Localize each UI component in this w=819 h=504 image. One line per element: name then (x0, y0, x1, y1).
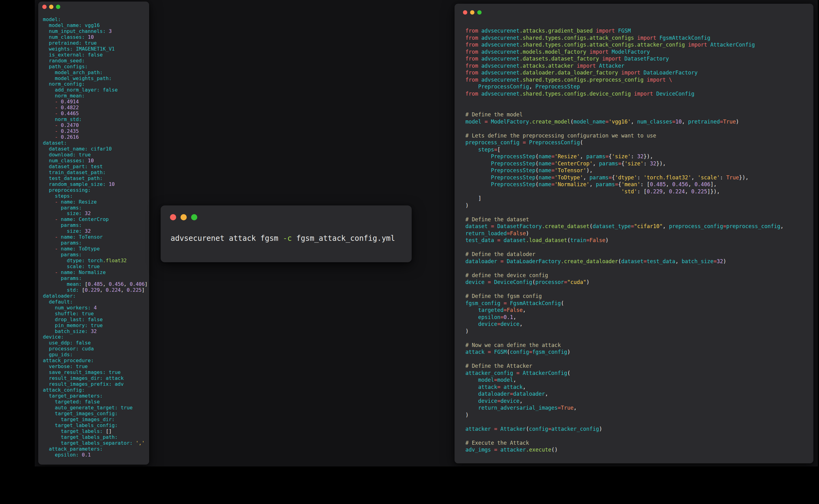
code-line: # Define the Attacker (465, 362, 784, 370)
code-line: device=device, (465, 321, 784, 328)
code-line: - 0.2470 (43, 123, 147, 128)
code-line: - name: Normalize (43, 270, 147, 276)
code-line: auto_generate_target: true (43, 405, 147, 411)
code-line: attack_config: (43, 387, 147, 393)
code-line: attack = FGSM(config=fgsm_config) (465, 349, 784, 356)
code-line: params: (43, 252, 147, 258)
code-line: drop_last: false (43, 317, 147, 323)
code-line: from advsecurenet.shared.types.configs.p… (465, 76, 784, 83)
code-line: PreprocessStep(name='Resize', params={'s… (465, 153, 784, 160)
code-line: save_result_images: true (43, 370, 147, 376)
code-line: size: 32 (43, 211, 147, 217)
zoom-button[interactable] (477, 10, 482, 15)
code-line: model_weights_path: (43, 76, 147, 82)
code-line: - name: CenterCrop (43, 217, 147, 223)
code-line: num_classes: 10 (43, 34, 147, 40)
code-line: advsecurenet attack fgsm -c fgsm_attack_… (170, 234, 395, 243)
code-line: weights: IMAGENET1K_V1 (43, 46, 147, 52)
python-script-code: from advsecurenet.attacks.gradient_based… (465, 27, 784, 453)
code-line: return_adversarial_images=True, (465, 404, 784, 412)
code-line: target_parameters: (43, 393, 147, 399)
code-line: params: (43, 205, 147, 211)
code-line: attacker = Attacker(config=attacker_conf… (465, 425, 784, 433)
code-line (465, 97, 784, 104)
code-line: PreprocessStep(name='Normalize', params=… (465, 181, 784, 188)
code-line: - name: ToTensor (43, 234, 147, 240)
code-line: target_labels: [] (43, 429, 147, 434)
code-line: from advsecurenet.datasets.dataset_facto… (465, 55, 784, 62)
code-line: attack= attack, (465, 384, 784, 391)
code-line: attacker_config = AttackerConfig( (465, 370, 784, 377)
code-line: - 0.2616 (43, 134, 147, 140)
code-line: from advsecurenet.shared.types.configs.d… (465, 90, 784, 97)
code-line: steps: (43, 193, 147, 199)
code-line: pretrained: true (43, 40, 147, 46)
code-line: targeted: false (43, 399, 147, 405)
desktop-canvas: model: model_name: vgg16 num_input_chann… (35, 0, 818, 466)
minimize-button[interactable] (180, 214, 187, 220)
code-line: dataloader: (43, 293, 147, 299)
code-line: download: true (43, 152, 147, 158)
code-line: target_labels_separator: ',' (43, 440, 147, 446)
code-line: from advsecurenet.shared.types.configs.a… (465, 34, 784, 42)
code-line: scale: true (43, 264, 147, 270)
code-line: attack_parameters: (43, 446, 147, 452)
code-line: model_name: vgg16 (43, 23, 147, 29)
terminal-command: advsecurenet attack fgsm -c fgsm_attack_… (170, 234, 395, 243)
code-line: model = ModelFactory.create_model(model_… (465, 118, 784, 125)
code-line: test_dataset_path: (43, 176, 147, 182)
code-line: size: 32 (43, 228, 147, 234)
minimize-button[interactable] (470, 10, 474, 15)
code-line (465, 286, 784, 293)
code-line: from advsecurenet.shared.types.configs.a… (465, 41, 784, 48)
code-line: return_loaded=False) (465, 230, 784, 237)
zoom-button[interactable] (56, 5, 60, 9)
close-button[interactable] (463, 10, 467, 15)
code-line: path_configs: (43, 64, 147, 70)
code-line: dataset: (43, 140, 147, 146)
code-line: PreprocessConfig, PreprocessStep (465, 83, 784, 90)
code-line: gpu_ids: (43, 352, 147, 358)
zoom-button[interactable] (191, 214, 197, 220)
code-line: shuffle: true (43, 311, 147, 317)
minimize-button[interactable] (49, 5, 53, 9)
code-line: device = DeviceConfig(processor="cuda") (465, 279, 784, 286)
code-line (465, 265, 784, 272)
code-line: test_data = dataset.load_dataset(train=F… (465, 237, 784, 244)
traffic-lights (170, 214, 197, 220)
code-line: - name: ToDtype (43, 246, 147, 252)
code-line: dtype: torch.float32 (43, 258, 147, 264)
code-line: epsilon: 0.1 (43, 452, 147, 458)
terminal-window: advsecurenet attack fgsm -c fgsm_attack_… (161, 205, 412, 262)
code-line: dataloader = DataLoaderFactory.create_da… (465, 258, 784, 265)
code-line: dataset = DatasetFactory.create_dataset(… (465, 223, 784, 230)
code-line: - 0.4822 (43, 105, 147, 111)
code-line: - 0.2435 (43, 128, 147, 134)
code-line: num_input_channels: 3 (43, 29, 147, 34)
code-line: # Define the dataset (465, 216, 784, 223)
code-line: 'std': [0.229, 0.224, 0.225]}), (465, 188, 784, 195)
code-line (465, 104, 784, 111)
code-line: result_images_prefix: adv (43, 381, 147, 387)
yaml-config-code: model: model_name: vgg16 num_input_chann… (43, 17, 147, 458)
code-line: verbose: true (43, 364, 147, 370)
code-line: add_norm_layer: false (43, 87, 147, 93)
yaml-config-window: model: model_name: vgg16 num_input_chann… (38, 2, 149, 465)
code-line: preprocessing: (43, 187, 147, 193)
code-line: random_sample_size: 10 (43, 182, 147, 187)
code-line: norm_config: (43, 81, 147, 87)
close-button[interactable] (42, 5, 47, 9)
traffic-lights (463, 10, 482, 15)
code-line: mean: [0.485, 0.456, 0.406] (43, 281, 147, 287)
code-line: ) (465, 412, 784, 419)
code-line: from advsecurenet.models.model_factory i… (465, 48, 784, 56)
code-line: steps=[ (465, 146, 784, 153)
code-line: params: (43, 223, 147, 228)
code-line: epsilon=0.1, (465, 314, 784, 321)
code-line: fgsm_config = FgsmAttackConfig( (465, 300, 784, 307)
close-button[interactable] (170, 214, 176, 220)
code-line: ] (465, 195, 784, 202)
code-line: # Execute the Attack (465, 439, 784, 447)
code-line: model=model, (465, 376, 784, 384)
code-line: target_labels_config: (43, 423, 147, 429)
